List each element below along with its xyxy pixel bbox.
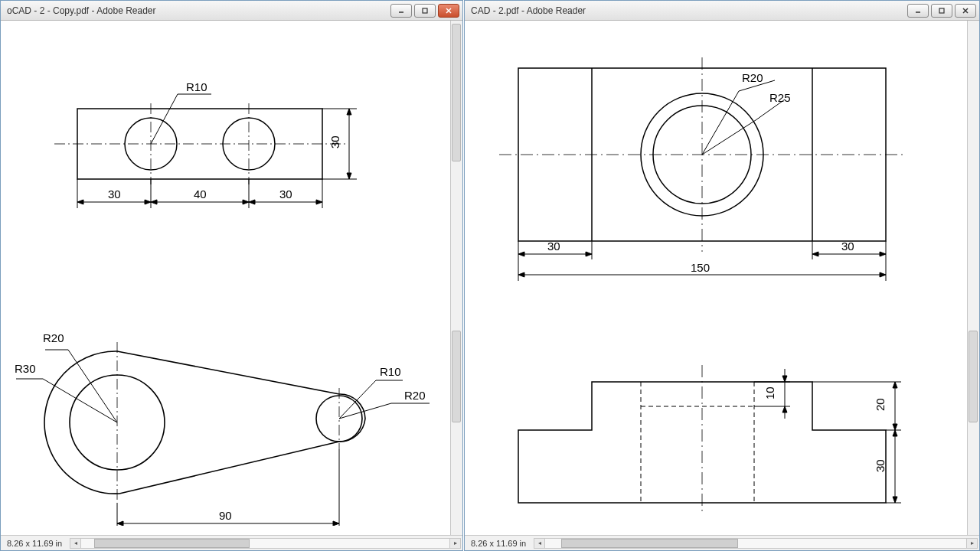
horizontal-scrollbar-right[interactable]: ◂ ▸ [534, 538, 978, 549]
dim-40: 40 [194, 187, 207, 201]
dim-r10b: R10 [380, 365, 401, 378]
maximize-button[interactable] [414, 4, 436, 18]
svg-line-46 [702, 91, 739, 155]
page-size-left: 8.26 x 11.69 in [1, 539, 68, 548]
statusbar-right: 8.26 x 11.69 in ◂ ▸ [465, 535, 979, 550]
dim-30-side: 30 [874, 459, 887, 472]
dim-30a: 30 [108, 187, 121, 201]
scroll-right-arrow-icon[interactable]: ▸ [966, 539, 977, 548]
dim-10: 10 [763, 386, 776, 399]
scroll-left-arrow-icon[interactable]: ◂ [534, 539, 545, 548]
horizontal-scrollbar-left[interactable]: ◂ ▸ [70, 538, 461, 549]
dim-height-30: 30 [328, 135, 341, 148]
vertical-scrollbar-left[interactable] [450, 21, 462, 535]
title-text-right: CAD - 2.pdf - Adobe Reader [471, 5, 907, 16]
svg-line-24 [68, 350, 117, 422]
pdf-window-right: CAD - 2.pdf - Adobe Reader [464, 0, 980, 551]
dim-30b: 30 [279, 187, 292, 201]
dim-r25: R25 [769, 91, 791, 104]
dim-30-right: 30 [841, 240, 854, 253]
titlebar-left[interactable]: oCAD - 2 - Copy.pdf - Adobe Reader [1, 1, 462, 21]
dim-r20a: R20 [43, 331, 64, 344]
pdf-content-right: R20 R25 [465, 21, 979, 535]
dim-30-left: 30 [547, 240, 560, 253]
pdf-content-left: R10 30 [1, 21, 462, 535]
dim-90: 90 [219, 509, 232, 522]
vertical-scrollbar-right[interactable] [967, 21, 979, 535]
close-button[interactable] [955, 4, 976, 18]
minimize-button[interactable] [390, 4, 412, 18]
minimize-button[interactable] [907, 4, 929, 18]
title-text-left: oCAD - 2 - Copy.pdf - Adobe Reader [7, 5, 390, 16]
dim-r20b: R20 [404, 389, 426, 402]
scroll-right-arrow-icon[interactable]: ▸ [449, 539, 460, 548]
statusbar-left: 8.26 x 11.69 in ◂ ▸ [1, 535, 462, 550]
titlebar-right[interactable]: CAD - 2.pdf - Adobe Reader [465, 1, 979, 21]
scroll-left-arrow-icon[interactable]: ◂ [70, 539, 81, 548]
dim-r30: R30 [15, 362, 36, 375]
cad-drawing-right: R20 R25 [465, 21, 969, 526]
pdf-window-left: oCAD - 2 - Copy.pdf - Adobe Reader [0, 0, 463, 551]
page-size-right: 8.26 x 11.69 in [465, 539, 532, 548]
dim-r20: R20 [742, 71, 763, 84]
dim-150: 150 [691, 261, 710, 274]
dim-r10: R10 [186, 80, 207, 93]
svg-rect-36 [939, 8, 944, 13]
svg-line-26 [43, 379, 117, 422]
close-button[interactable] [438, 4, 459, 18]
maximize-button[interactable] [931, 4, 952, 18]
cad-drawing-left: R10 30 [1, 21, 452, 526]
svg-line-10 [151, 94, 178, 144]
svg-rect-1 [423, 8, 427, 13]
dim-20: 20 [874, 398, 887, 411]
